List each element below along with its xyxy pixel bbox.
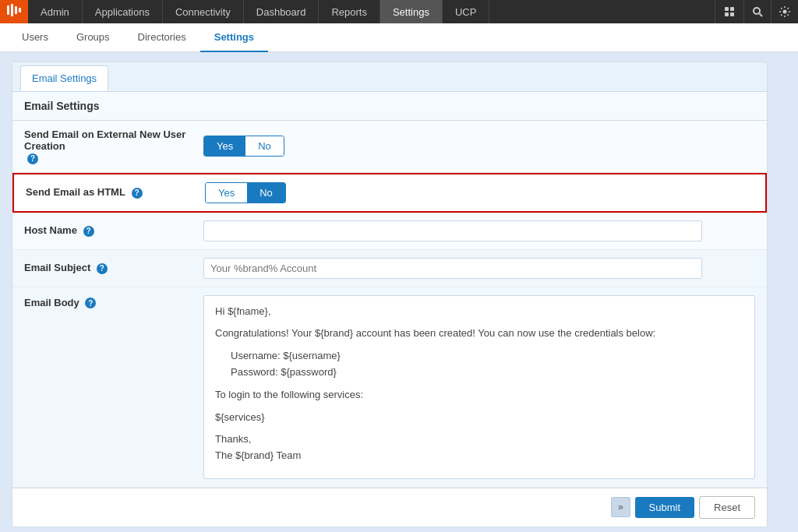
nav-ucp[interactable]: UCP — [443, 0, 489, 23]
email-body-line-4: To login to the following services: — [215, 387, 743, 403]
top-nav-items: Admin Applications Connectivity Dashboar… — [28, 0, 715, 23]
email-subject-input[interactable] — [203, 258, 702, 279]
email-subject-control — [203, 258, 755, 279]
email-body-line-1: Hi ${fname}, — [215, 304, 743, 320]
email-subject-label-text: Email Subject — [24, 262, 90, 273]
send-email-html-control: Yes No — [205, 182, 754, 203]
settings-card: Email Settings Email Settings Send Email… — [12, 62, 768, 527]
send-email-html-label-container: Send Email as HTML ? — [26, 186, 205, 199]
logo — [0, 0, 28, 23]
email-body-line-6: Thanks,The ${brand} Team — [215, 432, 743, 464]
host-name-label-text: Host Name — [24, 224, 77, 236]
gear-button[interactable] — [771, 0, 798, 23]
svg-rect-4 — [725, 7, 729, 11]
svg-rect-3 — [19, 8, 21, 12]
send-email-row: Send Email on External New User Creation… — [12, 121, 767, 173]
tab-users[interactable]: Users — [8, 23, 62, 52]
email-body-row: Email Body ? Hi ${fname}, Congratulation… — [12, 287, 767, 488]
svg-rect-6 — [725, 12, 729, 16]
submit-button[interactable]: Submit — [635, 497, 694, 518]
search-button[interactable] — [743, 0, 771, 23]
svg-point-8 — [754, 8, 760, 14]
svg-line-9 — [760, 14, 763, 17]
tab-settings[interactable]: Settings — [200, 23, 268, 52]
send-email-no-btn[interactable]: No — [245, 136, 284, 156]
reset-button[interactable]: Reset — [699, 496, 755, 519]
nav-admin[interactable]: Admin — [28, 0, 83, 23]
svg-point-10 — [783, 10, 787, 14]
tab-directories[interactable]: Directories — [124, 23, 200, 52]
host-name-label: Host Name ? — [24, 224, 203, 237]
send-email-html-help-icon[interactable]: ? — [132, 188, 143, 199]
inner-tab-email-settings[interactable]: Email Settings — [20, 65, 108, 91]
send-email-yes-btn[interactable]: Yes — [204, 136, 245, 156]
host-name-control — [203, 220, 755, 241]
sub-navigation: Users Groups Directories Settings — [0, 23, 798, 52]
nav-connectivity[interactable]: Connectivity — [163, 0, 244, 23]
expand-button[interactable]: » — [611, 497, 630, 517]
nav-applications[interactable]: Applications — [83, 0, 163, 23]
email-subject-label: Email Subject ? — [24, 262, 203, 274]
main-content: Email Settings Email Settings Send Email… — [0, 52, 798, 532]
tab-groups[interactable]: Groups — [62, 23, 124, 52]
email-subject-help-icon[interactable]: ? — [97, 263, 108, 274]
content-area: Email Settings Email Settings Send Email… — [0, 52, 779, 532]
send-email-label-text: Send Email on External New User Creation — [24, 129, 185, 152]
email-body-line-2: Congratulations! Your ${brand} account h… — [215, 326, 743, 342]
logo-icon — [6, 2, 22, 21]
svg-rect-0 — [7, 5, 9, 15]
send-email-toggle-group: Yes No — [203, 136, 284, 157]
email-body-line-5: ${services} — [215, 410, 743, 426]
svg-rect-2 — [15, 6, 17, 14]
submit-row: » Submit Reset — [12, 488, 767, 527]
send-email-html-row: Send Email as HTML ? Yes No — [12, 173, 767, 213]
host-name-input[interactable] — [203, 220, 702, 241]
svg-rect-5 — [730, 7, 734, 11]
send-email-html-no-btn[interactable]: No — [247, 183, 285, 203]
send-email-help-icon[interactable]: ? — [27, 153, 38, 164]
nav-dashboard[interactable]: Dashboard — [244, 0, 320, 23]
email-body-line-3: Username: ${username}Password: ${passwor… — [215, 348, 743, 381]
send-email-control: Yes No — [203, 136, 755, 157]
section-title: Email Settings — [12, 92, 767, 121]
host-name-help-icon[interactable]: ? — [83, 226, 94, 237]
notifications-button[interactable] — [715, 0, 743, 23]
host-name-row: Host Name ? — [12, 213, 767, 250]
email-subject-row: Email Subject ? — [12, 250, 767, 287]
top-navigation: Admin Applications Connectivity Dashboar… — [0, 0, 798, 23]
email-body-label-text: Email Body — [24, 297, 79, 308]
email-body-content: Hi ${fname}, Congratulations! Your ${bra… — [203, 295, 755, 479]
email-body-label: Email Body ? — [24, 295, 203, 309]
top-nav-right — [715, 0, 798, 23]
send-email-html-toggle-group: Yes No — [205, 182, 286, 203]
svg-rect-1 — [11, 4, 13, 16]
nav-settings[interactable]: Settings — [380, 0, 443, 23]
email-body-help-icon[interactable]: ? — [85, 298, 96, 308]
nav-reports[interactable]: Reports — [319, 0, 380, 23]
svg-rect-7 — [730, 12, 734, 16]
send-email-html-yes-btn[interactable]: Yes — [206, 183, 247, 203]
send-email-label: Send Email on External New User Creation… — [24, 129, 203, 164]
inner-tabs: Email Settings — [12, 62, 767, 92]
send-email-html-label-text: Send Email as HTML — [26, 186, 125, 198]
